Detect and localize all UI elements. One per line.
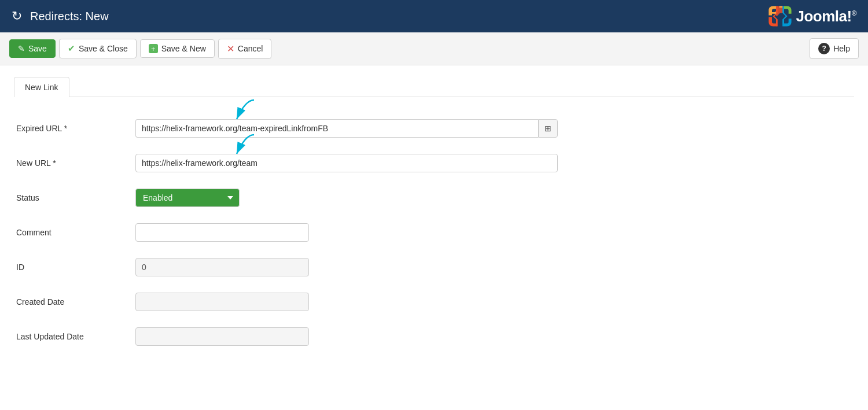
status-select[interactable]: Enabled Disabled	[135, 189, 240, 207]
expired-url-input[interactable]	[135, 119, 538, 138]
page-title: Redirects: New	[30, 10, 109, 23]
last-updated-input	[135, 327, 309, 346]
last-updated-field-cell	[130, 319, 854, 354]
status-row: Status Enabled Disabled	[14, 180, 854, 215]
joomla-x-icon	[768, 4, 792, 28]
last-updated-label: Last Updated Date	[14, 319, 130, 354]
browse-icon: ⊞	[545, 124, 551, 133]
created-date-row: Created Date	[14, 285, 854, 319]
comment-field-cell	[130, 215, 854, 250]
comment-row: Comment	[14, 215, 854, 250]
check-icon: ✔	[68, 43, 75, 54]
plus-icon: +	[149, 44, 158, 53]
tab-new-link[interactable]: New Link	[14, 77, 69, 97]
status-label: Status	[14, 180, 130, 215]
id-field-cell	[130, 250, 854, 285]
save-button[interactable]: ✎ Save	[9, 39, 56, 58]
expired-url-field-cell: ⊞	[130, 111, 854, 146]
expired-url-row: Expired URL *	[14, 111, 854, 146]
created-date-input	[135, 293, 309, 311]
header-left: ↻ Redirects: New	[12, 9, 109, 24]
new-url-label: New URL *	[14, 146, 130, 180]
tabs-container: New Link	[14, 77, 854, 97]
new-url-input[interactable]	[135, 154, 558, 172]
cancel-button[interactable]: ✕ Cancel	[218, 39, 272, 59]
cancel-x-icon: ✕	[227, 43, 234, 54]
comment-input[interactable]	[135, 223, 309, 242]
new-url-field-cell	[130, 146, 854, 180]
joomla-logo: Joomla!®	[768, 4, 856, 28]
status-field-cell: Enabled Disabled	[130, 180, 854, 215]
save-close-button[interactable]: ✔ Save & Close	[59, 39, 137, 58]
header: ↻ Redirects: New Joomla!®	[0, 0, 868, 32]
content-area: New Link Expired URL *	[0, 65, 868, 410]
id-row: ID	[14, 250, 854, 285]
created-date-field-cell	[130, 285, 854, 319]
comment-label: Comment	[14, 215, 130, 250]
expired-url-input-group: ⊞	[135, 119, 558, 138]
id-label: ID	[14, 250, 130, 285]
form-table: Expired URL *	[14, 111, 854, 354]
joomla-logo-text: Joomla!®	[796, 8, 856, 25]
id-input	[135, 258, 309, 276]
created-date-label: Created Date	[14, 285, 130, 319]
save-edit-icon: ✎	[18, 44, 25, 53]
help-button[interactable]: ? Help	[810, 38, 859, 59]
last-updated-row: Last Updated Date	[14, 319, 854, 354]
new-url-row: New URL *	[14, 146, 854, 180]
expired-url-browse-button[interactable]: ⊞	[538, 119, 558, 138]
help-icon: ?	[818, 43, 830, 54]
save-new-button[interactable]: + Save & New	[140, 39, 215, 58]
expired-url-label: Expired URL *	[14, 111, 130, 146]
toolbar: ✎ Save ✔ Save & Close + Save & New ✕ Can…	[0, 32, 868, 65]
refresh-icon[interactable]: ↻	[12, 9, 22, 24]
